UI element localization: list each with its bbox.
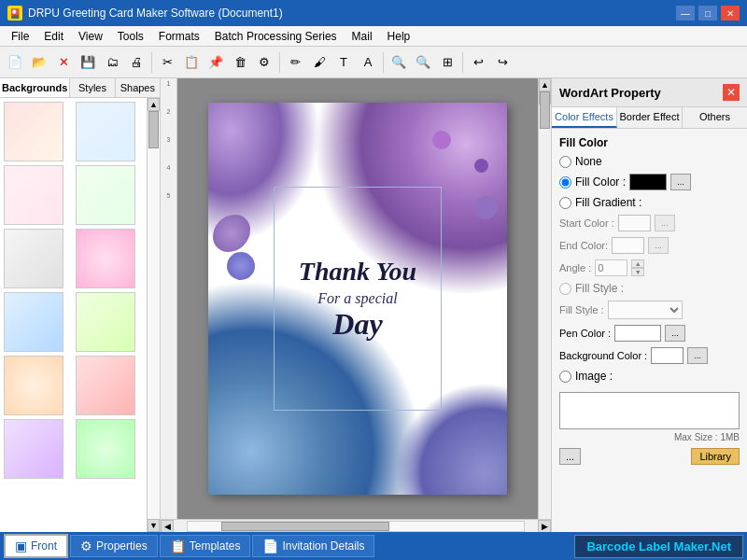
fill-style-select bbox=[608, 301, 683, 319]
bg-thumb-5[interactable] bbox=[4, 229, 63, 288]
bg-thumb-6[interactable] bbox=[76, 229, 135, 288]
tab-border-effect[interactable]: Border Effect bbox=[617, 107, 683, 128]
image-radio-label[interactable]: Image : bbox=[559, 370, 613, 383]
none-radio[interactable] bbox=[559, 156, 571, 168]
fill-color-radio[interactable] bbox=[559, 176, 571, 189]
bg-thumb-2[interactable] bbox=[76, 102, 135, 161]
none-radio-label[interactable]: None bbox=[559, 155, 602, 168]
bg-thumb-12[interactable] bbox=[76, 419, 135, 479]
angle-label: Angle : bbox=[559, 262, 591, 273]
bg-thumb-7[interactable] bbox=[4, 292, 63, 352]
tab-others[interactable]: Others bbox=[683, 107, 747, 128]
end-color-btn: ... bbox=[648, 237, 669, 254]
h-scroll-thumb[interactable] bbox=[221, 522, 389, 531]
h-scroll-right[interactable]: ▶ bbox=[538, 520, 551, 533]
tb-print[interactable]: 🖨 bbox=[125, 51, 148, 74]
tb-copy[interactable]: 📋 bbox=[180, 51, 203, 74]
canvas-scroll-thumb[interactable] bbox=[540, 91, 550, 129]
tb-zoom-out[interactable]: 🔍 bbox=[412, 51, 434, 74]
menu-file[interactable]: File bbox=[4, 28, 36, 45]
image-row: Image : bbox=[559, 370, 740, 383]
fill-gradient-radio[interactable] bbox=[559, 197, 571, 209]
tb-save2[interactable]: 🗂 bbox=[101, 51, 123, 74]
scroll-up-arrow[interactable]: ▲ bbox=[148, 98, 160, 111]
bottom-btn-front[interactable]: ▣ Front bbox=[4, 534, 68, 558]
bg-thumb-9[interactable] bbox=[4, 356, 63, 415]
menu-edit[interactable]: Edit bbox=[36, 28, 71, 45]
tb-open[interactable]: 📂 bbox=[28, 51, 50, 74]
bg-thumb-8[interactable] bbox=[76, 292, 135, 352]
left-panel-scrollbar[interactable]: ▲ ▼ bbox=[147, 98, 160, 532]
h-scroll-left[interactable]: ◀ bbox=[161, 520, 174, 533]
tb-paste[interactable]: 📌 bbox=[204, 51, 227, 74]
pen-color-swatch[interactable] bbox=[614, 325, 661, 342]
scroll-down-arrow[interactable]: ▼ bbox=[148, 519, 160, 532]
bottom-btn-invitation[interactable]: 📄 Invitation Details bbox=[252, 535, 374, 557]
bottom-btn-properties[interactable]: ⚙ Properties bbox=[70, 535, 158, 557]
app-icon: 🎴 bbox=[7, 6, 22, 21]
tb-settings[interactable]: ⚙ bbox=[253, 51, 275, 74]
main-area: Backgrounds Styles Shapes bbox=[0, 78, 747, 532]
menu-batch[interactable]: Batch Processing Series bbox=[207, 28, 345, 45]
minimize-button[interactable]: — bbox=[676, 6, 695, 21]
bottom-btn-templates[interactable]: 📋 Templates bbox=[160, 535, 251, 557]
properties-icon: ⚙ bbox=[80, 539, 92, 553]
greeting-card[interactable]: Thank You For a special Day bbox=[208, 103, 507, 495]
image-action-btn[interactable]: ... bbox=[559, 448, 581, 465]
library-button[interactable]: Library bbox=[691, 448, 740, 465]
start-color-swatch bbox=[618, 215, 651, 231]
canvas-scrollbar-h[interactable]: ◀ ▶ bbox=[161, 519, 551, 532]
angle-up: ▲ bbox=[631, 259, 644, 268]
card-text-group[interactable]: Thank You For a special Day bbox=[299, 257, 416, 342]
max-size-label: Max Size : 1MB bbox=[559, 432, 740, 442]
menu-tools[interactable]: Tools bbox=[110, 28, 151, 45]
canvas-scrollbar-v[interactable]: ▲ ▼ bbox=[538, 78, 551, 519]
toolbar-sep-4 bbox=[462, 52, 463, 73]
tb-close-doc[interactable]: ✕ bbox=[52, 51, 75, 74]
wordart-close-button[interactable]: ✕ bbox=[723, 84, 740, 101]
bg-thumb-10[interactable] bbox=[76, 356, 135, 415]
bg-color-btn[interactable]: ... bbox=[687, 347, 708, 364]
image-radio[interactable] bbox=[559, 371, 571, 383]
tb-pencil[interactable]: ✏ bbox=[284, 51, 306, 74]
tb-cut[interactable]: ✂ bbox=[156, 51, 178, 74]
tb-grid[interactable]: ⊞ bbox=[436, 51, 458, 74]
tab-backgrounds[interactable]: Backgrounds bbox=[0, 78, 70, 97]
bg-thumb-4[interactable] bbox=[76, 165, 135, 225]
tb-zoom-in[interactable]: 🔍 bbox=[388, 51, 410, 74]
menu-formats[interactable]: Formats bbox=[151, 28, 207, 45]
menu-view[interactable]: View bbox=[71, 28, 110, 45]
ruler-mark-1: 1 bbox=[167, 80, 171, 108]
bg-color-swatch[interactable] bbox=[651, 347, 684, 364]
fill-color-swatch[interactable] bbox=[629, 174, 667, 190]
end-color-swatch bbox=[612, 237, 644, 254]
canvas-scroll-up[interactable]: ▲ bbox=[539, 78, 551, 91]
thumbnail-scroll[interactable] bbox=[0, 98, 147, 532]
canvas-viewport[interactable]: Thank You For a special Day bbox=[177, 78, 538, 519]
tb-wordart[interactable]: A bbox=[357, 51, 379, 74]
fill-color-picker-btn[interactable]: ... bbox=[670, 174, 691, 190]
fill-gradient-radio-label[interactable]: Fill Gradient : bbox=[559, 196, 641, 209]
close-button[interactable]: ✕ bbox=[721, 6, 740, 21]
tb-text[interactable]: T bbox=[332, 51, 355, 74]
tab-styles[interactable]: Styles bbox=[70, 78, 115, 97]
tb-redo[interactable]: ↪ bbox=[491, 51, 514, 74]
bg-thumb-11[interactable] bbox=[4, 419, 63, 479]
fill-color-radio-label[interactable]: Fill Color : bbox=[559, 175, 626, 189]
bg-thumb-1[interactable] bbox=[4, 102, 63, 161]
tb-brush[interactable]: 🖌 bbox=[308, 51, 331, 74]
tb-new[interactable]: 📄 bbox=[4, 51, 26, 74]
tab-shapes[interactable]: Shapes bbox=[116, 78, 160, 97]
tb-delete[interactable]: 🗑 bbox=[229, 51, 251, 74]
image-path-input[interactable] bbox=[559, 392, 740, 429]
tab-color-effects[interactable]: Color Effects bbox=[552, 107, 617, 128]
maximize-button[interactable]: □ bbox=[698, 6, 717, 21]
tb-save[interactable]: 💾 bbox=[77, 51, 99, 74]
tb-undo[interactable]: ↩ bbox=[467, 51, 489, 74]
menu-help[interactable]: Help bbox=[380, 28, 418, 45]
bg-thumb-3[interactable] bbox=[4, 165, 63, 225]
wordart-panel: WordArt Property ✕ Color Effects Border … bbox=[551, 78, 747, 532]
menu-mail[interactable]: Mail bbox=[345, 28, 380, 45]
scroll-thumb[interactable] bbox=[148, 111, 159, 148]
pen-color-btn[interactable]: ... bbox=[665, 325, 685, 342]
